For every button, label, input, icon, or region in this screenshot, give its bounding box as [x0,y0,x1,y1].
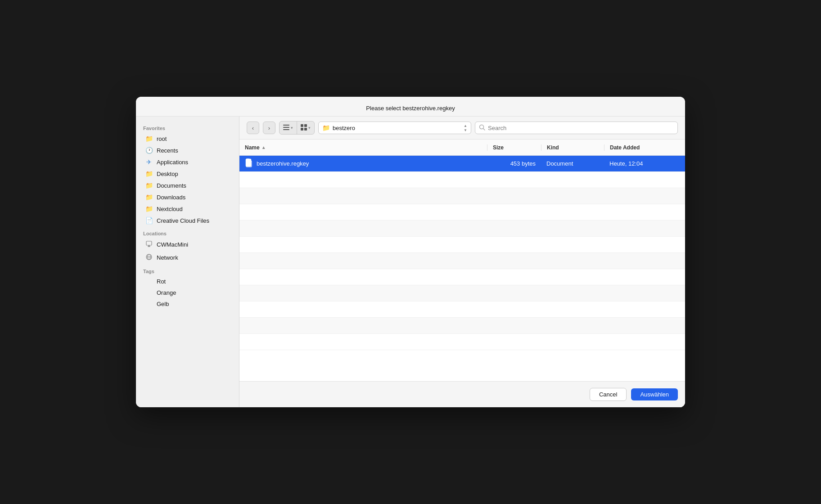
sidebar-item-label: Nextcloud [157,206,183,212]
list-view-button[interactable]: ▾ [280,122,297,134]
svg-rect-0 [146,241,152,245]
table-row[interactable]: C# bestzerohive.regkey 453 bytes Documen… [239,156,685,172]
sidebar-item-label: Recents [157,147,178,154]
col-header-name: Name ▲ [239,144,487,151]
sidebar-item-documents[interactable]: 📁 Documents [138,180,237,191]
file-date: Heute, 12:04 [604,160,685,167]
confirm-button[interactable]: Auswählen [631,388,678,400]
view-toggle-group: ▾ ▾ [279,121,315,135]
down-arrow: ▼ [464,128,467,132]
location-folder-icon: 📁 [322,124,330,131]
network-icon [145,253,153,262]
sidebar-item-label: Network [157,254,178,261]
svg-rect-6 [283,125,289,126]
favorites-section-label: Favorites [136,121,239,133]
bottom-bar: Cancel Auswählen [239,381,685,407]
folder-icon: 📁 [145,194,153,201]
table-row-empty [239,220,685,237]
sidebar-item-creative-cloud[interactable]: 📄 Creative Cloud Files [138,215,237,226]
svg-rect-1 [148,246,150,247]
sidebar-tag-label: Rot [157,278,166,285]
forward-button[interactable]: › [263,122,275,134]
file-name-cell: C# bestzerohive.regkey [239,158,487,169]
table-row-empty [239,302,685,318]
table-row-empty [239,204,685,220]
applications-icon: ✈ [145,158,153,166]
table-row-empty [239,237,685,253]
toolbar: ‹ › ▾ [239,117,685,140]
list-view-chevron: ▾ [291,126,293,130]
table-row-empty [239,334,685,350]
forward-icon: › [268,125,270,131]
location-stepper[interactable]: ▲ ▼ [464,124,467,132]
svg-text:C#: C# [248,162,251,165]
sidebar-item-nextcloud[interactable]: 📁 Nextcloud [138,203,237,215]
svg-rect-12 [304,128,307,130]
svg-rect-10 [304,124,307,127]
sidebar-item-desktop[interactable]: 📁 Desktop [138,168,237,180]
back-button[interactable]: ‹ [247,122,259,134]
file-picker-dialog: Please select bestzerohive.regkey Favori… [136,97,685,407]
doc-icon: 📄 [145,217,153,224]
file-list: C# bestzerohive.regkey 453 bytes Documen… [239,156,685,381]
sidebar-item-label: Creative Cloud Files [157,217,209,224]
file-size: 453 bytes [487,160,541,167]
folder-icon: 📁 [145,135,153,142]
mac-icon [145,240,153,249]
search-icon [479,124,485,132]
svg-rect-7 [283,127,289,128]
sidebar-item-tag-rot[interactable]: Rot [138,276,237,287]
sidebar-item-root[interactable]: 📁 root [138,133,237,144]
sidebar-item-recents[interactable]: 🕐 Recents [138,144,237,156]
table-row-empty [239,188,685,204]
dialog-main: Favorites 📁 root 🕐 Recents ✈ Application… [136,117,685,407]
search-input[interactable] [488,125,674,131]
grid-icon [301,124,307,132]
column-headers: Name ▲ Size Kind Date Added [239,140,685,156]
sidebar-item-label: Documents [157,182,186,189]
sidebar-item-downloads[interactable]: 📁 Downloads [138,191,237,203]
table-row-empty [239,253,685,269]
sidebar-item-label: CWMacMini [157,241,188,248]
sidebar-item-label: root [157,135,167,142]
sidebar-item-applications[interactable]: ✈ Applications [138,156,237,168]
svg-rect-11 [301,128,303,130]
sidebar-item-tag-orange[interactable]: Orange [138,287,237,298]
recents-icon: 🕐 [145,147,153,154]
grid-view-chevron: ▾ [308,126,311,130]
sidebar-item-label: Applications [157,159,188,166]
col-header-kind: Kind [541,144,604,151]
sidebar-item-tag-gelb[interactable]: Gelb [138,298,237,310]
dialog-title: Please select bestzerohive.regkey [136,97,685,117]
search-bar[interactable] [475,122,678,134]
table-row-empty [239,269,685,285]
cancel-button[interactable]: Cancel [590,388,627,401]
sidebar-item-cwmacmini[interactable]: CWMacMini [138,238,237,251]
folder-icon: 📁 [145,182,153,189]
up-arrow: ▲ [464,124,467,128]
col-header-size: Size [487,144,541,151]
location-bar[interactable]: 📁 bestzero ▲ ▼ [318,122,471,134]
sidebar-tag-label: Gelb [157,301,169,307]
file-name: bestzerohive.regkey [257,160,309,167]
grid-view-button[interactable]: ▾ [297,122,314,134]
sidebar-tag-label: Orange [157,289,176,296]
file-kind: Document [541,160,604,167]
sidebar-item-label: Desktop [157,171,178,177]
back-icon: ‹ [252,125,254,131]
sidebar-item-network[interactable]: Network [138,251,237,264]
sort-arrow: ▲ [262,145,266,150]
svg-rect-9 [301,124,303,127]
folder-icon: 📁 [145,170,153,177]
table-row-empty [239,172,685,188]
sidebar: Favorites 📁 root 🕐 Recents ✈ Application… [136,117,239,407]
folder-icon: 📁 [145,205,153,212]
locations-section-label: Locations [136,226,239,238]
tags-section-label: Tags [136,264,239,276]
svg-line-14 [483,128,485,130]
sidebar-item-label: Downloads [157,194,185,201]
table-row-empty [239,318,685,334]
col-header-date: Date Added [604,144,685,151]
location-text: bestzero [333,125,461,131]
svg-rect-2 [149,245,150,246]
